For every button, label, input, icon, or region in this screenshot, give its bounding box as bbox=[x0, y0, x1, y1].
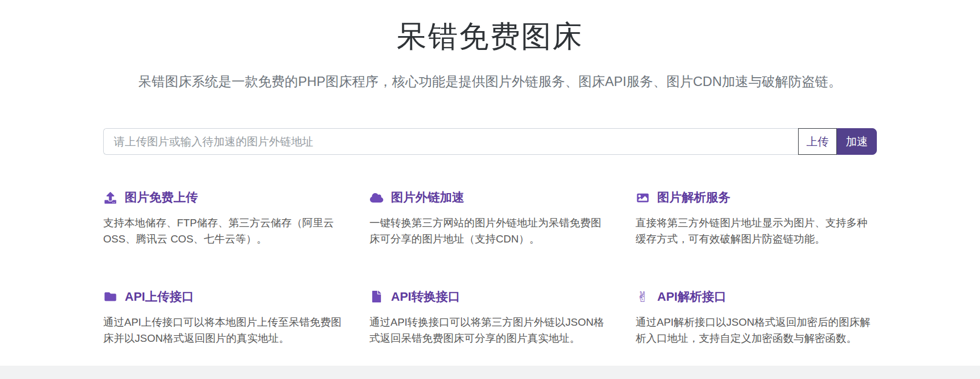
feature-head: API转换接口 bbox=[369, 289, 611, 305]
feature-title[interactable]: API上传接口 bbox=[125, 289, 194, 305]
accelerate-button[interactable]: 加速 bbox=[837, 128, 877, 155]
feature-card-api-convert: API转换接口 通过API转换接口可以将第三方图片外链以JSON格式返回呆错免费… bbox=[369, 289, 611, 347]
feature-grid: 图片免费上传 支持本地储存、FTP储存、第三方云储存（阿里云 OSS、腾讯云 C… bbox=[103, 189, 877, 347]
feature-head: 图片免费上传 bbox=[103, 189, 344, 206]
hand-scissors-icon: ✌ bbox=[636, 290, 650, 304]
upload-button[interactable]: 上传 bbox=[798, 128, 837, 155]
feature-title[interactable]: API解析接口 bbox=[657, 289, 727, 305]
url-input-group: 上传 加速 bbox=[103, 128, 877, 155]
feature-head: ✌ API解析接口 bbox=[636, 289, 877, 305]
main-content: 呆错免费图床 呆错图床系统是一款免费的PHP图床程序，核心功能是提供图片外链服务… bbox=[103, 17, 877, 347]
feature-title[interactable]: 图片免费上传 bbox=[125, 189, 198, 206]
footer-strip bbox=[0, 366, 980, 379]
image-url-input[interactable] bbox=[103, 128, 798, 155]
image-icon bbox=[636, 191, 650, 204]
feature-card-api-parsing: ✌ API解析接口 通过API解析接口以JSON格式返回加密后的图床解析入口地址… bbox=[636, 289, 877, 347]
feature-description: 通过API上传接口可以将本地图片上传至呆错免费图床并以JSON格式返回图片的真实… bbox=[103, 314, 344, 347]
feature-title[interactable]: 图片外链加速 bbox=[391, 189, 464, 206]
folder-icon bbox=[103, 290, 118, 304]
feature-head: 图片外链加速 bbox=[369, 189, 611, 206]
feature-description: 通过API转换接口可以将第三方图片外链以JSON格式返回呆错免费图床可分享的图片… bbox=[369, 314, 611, 347]
feature-description: 直接将第三方外链图片地址显示为图片、支持多种缓存方式，可有效破解图片防盗链功能。 bbox=[636, 215, 877, 247]
cloud-icon bbox=[369, 191, 384, 204]
page-title: 呆错免费图床 bbox=[103, 17, 877, 57]
feature-title[interactable]: API转换接口 bbox=[391, 289, 460, 305]
upload-icon bbox=[103, 191, 118, 204]
feature-head: API上传接口 bbox=[103, 289, 344, 305]
file-icon bbox=[369, 290, 384, 304]
feature-title[interactable]: 图片解析服务 bbox=[657, 189, 730, 206]
feature-card-free-upload: 图片免费上传 支持本地储存、FTP储存、第三方云储存（阿里云 OSS、腾讯云 C… bbox=[103, 189, 344, 247]
feature-description: 支持本地储存、FTP储存、第三方云储存（阿里云 OSS、腾讯云 COS、七牛云等… bbox=[103, 215, 344, 247]
page-subtitle: 呆错图床系统是一款免费的PHP图床程序，核心功能是提供图片外链服务、图床API服… bbox=[103, 73, 877, 90]
feature-card-image-parsing: 图片解析服务 直接将第三方外链图片地址显示为图片、支持多种缓存方式，可有效破解图… bbox=[636, 189, 877, 247]
feature-description: 一键转换第三方网站的图片外链地址为呆错免费图床可分享的图片地址（支持CDN）。 bbox=[369, 215, 611, 247]
feature-description: 通过API解析接口以JSON格式返回加密后的图床解析入口地址，支持自定义加密函数… bbox=[636, 314, 877, 347]
feature-head: 图片解析服务 bbox=[636, 189, 877, 206]
feature-card-api-upload: API上传接口 通过API上传接口可以将本地图片上传至呆错免费图床并以JSON格… bbox=[103, 289, 344, 347]
feature-card-link-acceleration: 图片外链加速 一键转换第三方网站的图片外链地址为呆错免费图床可分享的图片地址（支… bbox=[369, 189, 611, 247]
